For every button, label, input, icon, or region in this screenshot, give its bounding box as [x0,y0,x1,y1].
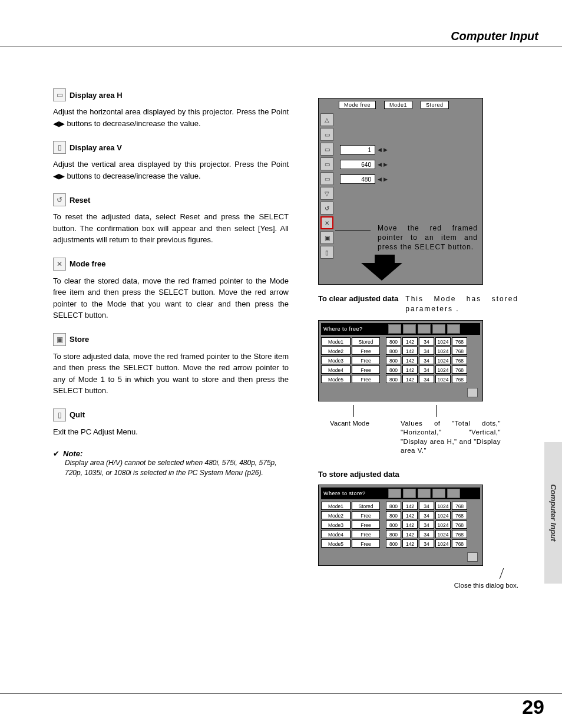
store-side-icon[interactable]: ▣ [320,231,333,244]
quit-side-icon[interactable]: ▯ [320,246,333,259]
menu-tab[interactable]: Mode1 [384,101,412,109]
table-cell: 1024 [435,539,451,548]
check-icon: ✔ [53,449,59,458]
arrow-stem [375,255,395,263]
table-cell: Stored [352,337,380,345]
reset-side-icon[interactable]: ↺ [320,202,333,215]
clear-heading: To clear adjusted data [318,294,398,303]
table-row[interactable]: Mode5Free800142341024768 [321,539,480,548]
table-cell: 142 [402,375,418,383]
table-cell: 34 [419,337,434,345]
table-cell: 34 [419,502,434,510]
section-body: Exit the PC Adjust Menu. [53,426,289,438]
table-cell: 34 [419,356,434,364]
page-number: 29 [522,696,544,719]
menu-tab[interactable]: Stored [421,101,449,109]
menu-item-icon[interactable]: ▭ [320,157,333,170]
table-row[interactable]: Mode1Stored800142341024768 [321,337,480,345]
table-cell: 1024 [435,337,451,345]
table-cell: 1024 [435,356,451,364]
table-cell: 768 [452,521,467,529]
section-title: Quit [70,410,85,419]
menu-tab[interactable]: Mode free [339,101,376,109]
header-icon [418,489,431,498]
table-cell: Mode2 [321,347,351,355]
table-row[interactable]: Mode5Free800142341024768 [321,375,480,383]
table-cell: 34 [419,539,434,548]
close-icon[interactable] [467,552,478,562]
table-cell: Free [352,511,380,519]
table-cell: 1024 [435,530,451,538]
value-box[interactable]: 640 [340,160,375,169]
table-cell: 768 [452,356,467,364]
table-cell: Stored [352,502,380,510]
close-icon[interactable] [467,388,478,397]
table-cell: Mode1 [321,502,351,510]
side-tab-label: Computer Input [549,485,558,542]
header-icon [388,324,401,334]
table-cell: 768 [452,502,467,510]
section-body: To clear the stored data, move the red f… [53,275,289,321]
menu-item-icon[interactable]: ▭ [320,172,333,185]
value-box[interactable]: 1 [340,145,375,154]
table-cell: 142 [402,365,418,374]
table-cell [381,521,385,529]
lr-arrows-icon[interactable]: ◀ ▶ [378,162,388,167]
table-cell [381,356,385,364]
section-title: Display area H [70,91,123,100]
table-cell: 1024 [435,511,451,519]
table-cell: 1024 [435,347,451,355]
menu-item-icon[interactable]: ▭ [320,143,333,156]
close-callout: Close this dialog box. [454,581,518,591]
table-row[interactable]: Mode2Free800142341024768⇐ [321,347,480,355]
mode-free-side-icon[interactable]: ✕ [320,216,333,229]
section-body: Adjust the vertical area displayed by th… [53,159,289,182]
section-title: Reset [70,196,90,205]
table-cell: Free [352,365,380,374]
table-title: Where to free? [323,326,388,332]
lr-arrows-icon[interactable]: ◀ ▶ [378,147,388,153]
store-heading: To store adjusted data [318,470,518,479]
table-cell: Mode3 [321,521,351,529]
table-cell [381,365,385,374]
table-row[interactable]: Mode2Free800142341024768⇐ [321,511,480,519]
table-row[interactable]: Mode4Free800142341024768 [321,530,480,538]
table-cell: 1024 [435,375,451,383]
table-cell: 768 [452,337,467,345]
section-title: Mode free [70,259,105,268]
table-cell [381,502,385,510]
header-icon [432,324,445,334]
lr-arrows-icon[interactable]: ◀ ▶ [378,176,388,182]
header-icon [447,324,460,334]
display-h-icon: ▭ [53,88,66,101]
table-cell: 800 [386,511,401,519]
table-row[interactable]: Mode3Free800142341024768 [321,521,480,529]
value-box[interactable]: 480 [340,174,375,184]
table-cell: 34 [419,347,434,355]
table-cell: Free [352,521,380,529]
table-row[interactable]: Mode4Free800142341024768 [321,365,480,374]
table-cell: 768 [452,530,467,538]
side-tab: Computer Input [544,442,562,584]
table-cell [381,375,385,383]
table-cell: Mode4 [321,365,351,374]
section-title: Display area V [70,143,122,152]
up-icon[interactable]: △ [320,113,333,126]
where-to-free-table: Where to free? Mode1Stored80014234102476… [318,320,483,401]
table-cell: 142 [402,356,418,364]
down-icon[interactable]: ▽ [320,187,333,200]
page-header-title: Computer Input [451,29,538,43]
table-cell: 800 [386,347,401,355]
table-cell: 142 [402,511,418,519]
row-pointer-icon: ⇐ [485,347,491,355]
section-body: Adjust the horizontal area displayed by … [53,106,289,129]
menu-item-icon[interactable]: ▭ [320,128,333,141]
table-cell: 34 [419,375,434,383]
table-row[interactable]: Mode3Free800142341024768 [321,356,480,364]
pc-adjust-menu: Mode free Mode1 Stored △ ▭ ▭ ▭ ▭ ▽ ↺ ✕ ▣… [318,98,483,285]
header-icon [418,324,431,334]
table-cell: 34 [419,365,434,374]
table-cell: 800 [386,521,401,529]
down-arrow-icon [361,263,402,281]
table-row[interactable]: Mode1Stored800142341024768 [321,502,480,510]
